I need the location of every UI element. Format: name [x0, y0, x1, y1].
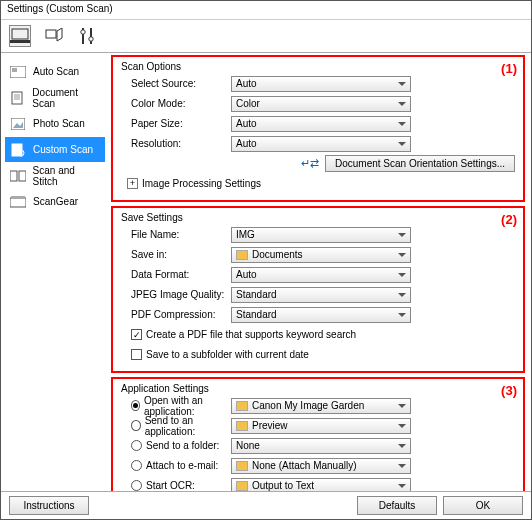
custom-scan-icon: [9, 142, 27, 158]
jpeg-quality-dropdown[interactable]: Standard: [231, 287, 411, 303]
sidebar-item-label: Custom Scan: [33, 144, 93, 155]
general-settings-icon[interactable]: [77, 25, 99, 47]
svg-rect-17: [10, 171, 17, 181]
pdf-keyword-checkbox[interactable]: ✓: [131, 329, 142, 340]
auto-scan-icon: [9, 64, 27, 80]
main-panel: (1) Scan Options Select Source:Auto Colo…: [109, 53, 531, 491]
image-processing-label: Image Processing Settings: [142, 178, 261, 189]
scangear-icon: [9, 194, 27, 210]
sidebar: Auto Scan Document Scan Photo Scan Custo…: [1, 53, 109, 491]
attach-email-radio[interactable]: [131, 460, 142, 471]
jpeg-quality-label: JPEG Image Quality:: [121, 289, 231, 300]
attach-email-dropdown[interactable]: None (Attach Manually): [231, 458, 411, 474]
sidebar-item-custom-scan[interactable]: Custom Scan: [5, 137, 105, 162]
data-format-dropdown[interactable]: Auto: [231, 267, 411, 283]
subfolder-label: Save to a subfolder with current date: [146, 349, 309, 360]
scan-from-computer-icon[interactable]: [9, 25, 31, 47]
panel-title: Scan Options: [121, 61, 515, 72]
send-to-folder-dropdown[interactable]: None: [231, 438, 411, 454]
color-mode-label: Color Mode:: [121, 98, 231, 109]
footer: Instructions Defaults OK: [1, 491, 531, 519]
scan-options-panel: (1) Scan Options Select Source:Auto Colo…: [111, 55, 525, 202]
svg-rect-1: [10, 40, 30, 43]
file-name-field[interactable]: IMG: [231, 227, 411, 243]
sidebar-item-photo-scan[interactable]: Photo Scan: [5, 111, 105, 136]
sidebar-item-label: ScanGear: [33, 196, 78, 207]
stitch-icon: [9, 168, 27, 184]
window-title: Settings (Custom Scan): [1, 1, 531, 19]
defaults-button[interactable]: Defaults: [357, 496, 437, 515]
sidebar-item-label: Photo Scan: [33, 118, 85, 129]
svg-point-5: [81, 30, 85, 34]
file-name-label: File Name:: [121, 229, 231, 240]
instructions-button[interactable]: Instructions: [9, 496, 89, 515]
orientation-arrow-icon: ↵⇄: [301, 157, 319, 170]
save-in-label: Save in:: [121, 249, 231, 260]
sidebar-item-label: Auto Scan: [33, 66, 79, 77]
open-with-app-radio[interactable]: [131, 400, 140, 411]
resolution-label: Resolution:: [121, 138, 231, 149]
subfolder-checkbox[interactable]: [131, 349, 142, 360]
svg-point-6: [89, 37, 93, 41]
panel-title: Save Settings: [121, 212, 515, 223]
pdf-keyword-label: Create a PDF file that supports keyword …: [146, 329, 356, 340]
color-mode-dropdown[interactable]: Color: [231, 96, 411, 112]
pdf-compression-dropdown[interactable]: Standard: [231, 307, 411, 323]
document-scan-icon: [9, 90, 26, 106]
sidebar-item-document-scan[interactable]: Document Scan: [5, 85, 105, 110]
svg-rect-20: [11, 196, 25, 199]
sidebar-item-scangear[interactable]: ScanGear: [5, 189, 105, 214]
start-ocr-dropdown[interactable]: Output to Text: [231, 478, 411, 492]
resolution-dropdown[interactable]: Auto: [231, 136, 411, 152]
svg-rect-18: [19, 171, 26, 181]
send-to-app-dropdown[interactable]: Preview: [231, 418, 411, 434]
sidebar-item-scan-and-stitch[interactable]: Scan and Stitch: [5, 163, 105, 188]
panel-number: (3): [501, 383, 517, 398]
save-settings-panel: (2) Save Settings File Name:IMG Save in:…: [111, 206, 525, 373]
panel-number: (1): [501, 61, 517, 76]
app-icon: [236, 461, 248, 471]
sidebar-item-label: Scan and Stitch: [33, 165, 101, 187]
content-area: Auto Scan Document Scan Photo Scan Custo…: [1, 53, 531, 491]
app-icon: [236, 401, 248, 411]
svg-rect-8: [12, 68, 17, 72]
start-ocr-radio[interactable]: [131, 480, 142, 491]
select-source-dropdown[interactable]: Auto: [231, 76, 411, 92]
data-format-label: Data Format:: [121, 269, 231, 280]
svg-rect-9: [12, 92, 22, 104]
expand-icon[interactable]: +: [127, 178, 138, 189]
svg-rect-2: [46, 30, 56, 38]
ok-button[interactable]: OK: [443, 496, 523, 515]
open-with-app-dropdown[interactable]: Canon My Image Garden: [231, 398, 411, 414]
svg-rect-19: [10, 198, 26, 207]
pdf-compression-label: PDF Compression:: [121, 309, 231, 320]
orientation-settings-button[interactable]: Document Scan Orientation Settings...: [325, 155, 515, 172]
settings-window: Settings (Custom Scan) Auto Scan Documen…: [0, 0, 532, 520]
panel-number: (2): [501, 212, 517, 227]
application-settings-panel: (3) Application Settings Open with an ap…: [111, 377, 525, 491]
scan-from-panel-icon[interactable]: [43, 25, 65, 47]
select-source-label: Select Source:: [121, 78, 231, 89]
top-toolbar: [1, 19, 531, 53]
sidebar-item-auto-scan[interactable]: Auto Scan: [5, 59, 105, 84]
svg-rect-0: [12, 29, 28, 39]
save-in-dropdown[interactable]: Documents: [231, 247, 411, 263]
photo-scan-icon: [9, 116, 27, 132]
paper-size-label: Paper Size:: [121, 118, 231, 129]
folder-icon: [236, 250, 248, 260]
send-to-app-radio[interactable]: [131, 420, 141, 431]
send-to-folder-radio[interactable]: [131, 440, 142, 451]
sidebar-item-label: Document Scan: [32, 87, 101, 109]
app-icon: [236, 421, 248, 431]
panel-title: Application Settings: [121, 383, 515, 394]
app-icon: [236, 481, 248, 491]
paper-size-dropdown[interactable]: Auto: [231, 116, 411, 132]
